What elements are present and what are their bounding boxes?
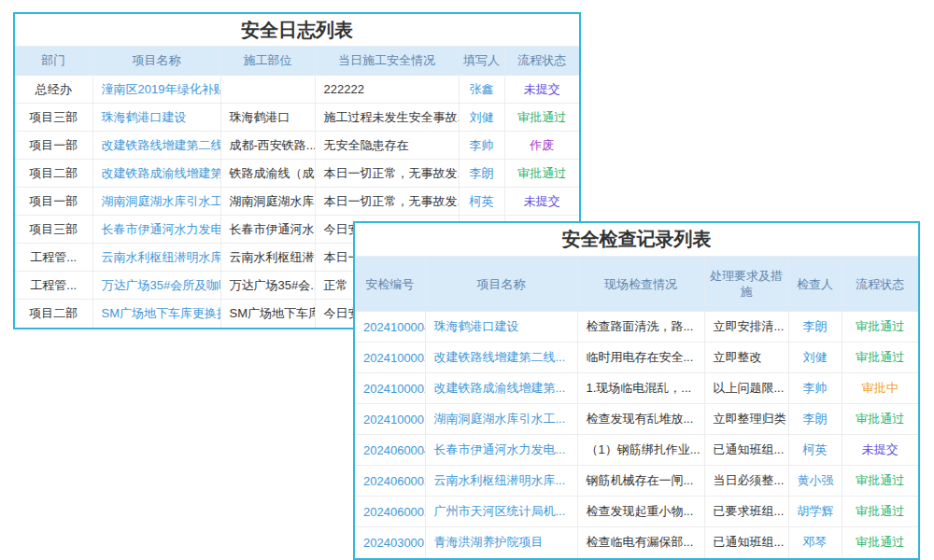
table-cell: 项目三部: [15, 216, 92, 244]
table-cell: 本日一切正常，无事故发...: [315, 188, 459, 216]
cell-link[interactable]: 2024030001: [355, 527, 425, 558]
table-cell: 长春市伊通河水...: [220, 216, 315, 244]
cell-link[interactable]: 长春市伊通河水力发电...: [425, 435, 577, 466]
person-name: 张鑫: [459, 76, 504, 104]
cell-link[interactable]: 2024100004: [355, 312, 425, 343]
table-row: 总经办潼南区2019年绿化补贴项...222222张鑫未提交: [15, 76, 579, 104]
status-text: 未提交: [504, 76, 579, 104]
column-header-project-name: 项目名称: [92, 47, 220, 76]
person-name: 刘健: [459, 104, 504, 132]
table-row: 2024060004长春市伊通河水力发电...（1）钢筋绑扎作业...已通知班组…: [355, 435, 918, 466]
table-cell: 施工过程未发生安全事故...: [315, 104, 459, 132]
column-header-site-check: 现场检查情况: [577, 257, 704, 312]
status-text: 审批通过: [842, 497, 918, 527]
table-cell: 无安全隐患存在: [315, 132, 459, 160]
cell-link[interactable]: 广州市天河区统计局机...: [425, 497, 577, 527]
table-cell: 以上问题限...: [704, 373, 788, 404]
status-text: 未提交: [842, 435, 918, 466]
table-row: 2024100003改建铁路线增建第二线...临时用电存在安全...立即整改刘健…: [355, 343, 918, 373]
column-header-measures: 处理要求及措施: [704, 257, 788, 312]
table-cell: 云南水利枢纽潜...: [220, 244, 315, 272]
cell-link[interactable]: 云南水利枢纽潜明水库...: [425, 466, 577, 497]
status-text: 审批通过: [504, 104, 579, 132]
person-name: 李帅: [459, 132, 504, 160]
cell-link[interactable]: 珠海鹤港口建设: [92, 104, 220, 132]
table-cell: 工程管...: [15, 272, 92, 300]
cell-link[interactable]: 长春市伊通河水力发电厂...: [92, 216, 220, 244]
column-header-project-name: 项目名称: [425, 257, 577, 312]
table-cell: 项目二部: [15, 160, 92, 188]
table-cell: 当日必须整...: [704, 466, 788, 497]
table-row: 2024060002广州市天河区统计局机...检查发现起重小物...已要求班组.…: [355, 497, 918, 527]
table-cell: 1.现场临电混乱，...: [577, 373, 704, 404]
table-row: 项目二部改建铁路成渝线增建第二...铁路成渝线（成...本日一切正常，无事故发.…: [15, 160, 579, 188]
table-cell: 已通知班组...: [704, 435, 788, 466]
status-text: 审批通过: [842, 466, 918, 497]
table-cell: 珠海鹤港口: [220, 104, 315, 132]
table-row: 2024100002改建铁路成渝线增建第...1.现场临电混乱，...以上问题限…: [355, 373, 918, 404]
table-cell: 立即整理归类: [704, 404, 788, 435]
safety-inspection-panel: 安全检查记录列表 安检编号 项目名称 现场检查情况 处理要求及措施 检查人 流程…: [353, 221, 920, 560]
person-name: 刘健: [788, 343, 842, 373]
cell-link[interactable]: 改建铁路成渝线增建第二...: [92, 160, 220, 188]
cell-link[interactable]: 改建铁路线增建第二线直...: [92, 132, 220, 160]
table-row: 2024030001青海洪湖养护院项目检查临电有漏保部...已通知班组...邓琴…: [355, 527, 918, 558]
cell-link[interactable]: 2024060003: [355, 466, 425, 497]
table-cell: 项目一部: [15, 132, 92, 160]
table-cell: （1）钢筋绑扎作业...: [577, 435, 704, 466]
column-header-department: 部门: [15, 47, 92, 76]
cell-link[interactable]: 万达广场35#会所及咖啡...: [92, 272, 220, 300]
table-cell: 成都-西安铁路...: [220, 132, 315, 160]
status-text: 审批通过: [504, 160, 579, 188]
table-row: 2024100001湖南洞庭湖水库引水工...检查发现有乱堆放...立即整理归类…: [355, 404, 918, 435]
table-cell: 立即整改: [704, 343, 788, 373]
person-name: 李朗: [788, 404, 842, 435]
cell-link[interactable]: 2024100003: [355, 343, 425, 373]
cell-link[interactable]: 2024060004: [355, 435, 425, 466]
cell-link[interactable]: 云南水利枢纽潜明水库一...: [92, 244, 220, 272]
person-name: 胡学辉: [788, 497, 842, 527]
status-text: 作废: [504, 132, 579, 160]
status-text: 审批通过: [842, 404, 918, 435]
cell-link[interactable]: 2024100002: [355, 373, 425, 404]
cell-link[interactable]: SM广场地下车库更换摄...: [92, 300, 220, 328]
cell-link[interactable]: 珠海鹤港口建设: [425, 312, 577, 343]
cell-link[interactable]: 潼南区2019年绿化补贴项...: [92, 76, 220, 104]
cell-link[interactable]: 湖南洞庭湖水库引水工...: [425, 404, 577, 435]
table-row: 项目三部珠海鹤港口建设珠海鹤港口施工过程未发生安全事故...刘健审批通过: [15, 104, 579, 132]
table-cell: 已通知班组...: [704, 527, 788, 558]
table-cell: 本日一切正常，无事故发...: [315, 160, 459, 188]
header-row: 部门 项目名称 施工部位 当日施工安全情况 填写人 流程状态: [15, 47, 579, 76]
column-header-construction-part: 施工部位: [220, 47, 315, 76]
cell-link[interactable]: 改建铁路线增建第二线...: [425, 343, 577, 373]
table-cell: 湖南洞庭湖水库: [220, 188, 315, 216]
status-text: 审批中: [842, 373, 918, 404]
cell-link[interactable]: 湖南洞庭湖水库引水工程...: [92, 188, 220, 216]
person-name: 李朗: [459, 160, 504, 188]
cell-link[interactable]: 2024100001: [355, 404, 425, 435]
cell-link[interactable]: 青海洪湖养护院项目: [425, 527, 577, 558]
table-cell: 总经办: [15, 76, 92, 104]
column-header-filler: 填写人: [459, 47, 504, 76]
table-cell: 铁路成渝线（成...: [220, 160, 315, 188]
status-text: 审批通过: [842, 312, 918, 343]
table-row: 项目一部湖南洞庭湖水库引水工程...湖南洞庭湖水库本日一切正常，无事故发...柯…: [15, 188, 579, 216]
cell-link[interactable]: 2024060002: [355, 497, 425, 527]
table-cell: 222222: [315, 76, 459, 104]
table-cell: 检查路面清洗，路...: [577, 312, 704, 343]
cell-link[interactable]: 改建铁路成渝线增建第...: [425, 373, 577, 404]
table-cell: 检查发现起重小物...: [577, 497, 704, 527]
table-cell: 项目一部: [15, 188, 92, 216]
table-cell: 万达广场35#会...: [220, 272, 315, 300]
person-name: 李朗: [788, 312, 842, 343]
table-cell: 临时用电存在安全...: [577, 343, 704, 373]
status-text: 未提交: [504, 188, 579, 216]
status-text: 审批通过: [842, 343, 918, 373]
column-header-inspection-no: 安检编号: [355, 257, 425, 312]
person-name: 邓琴: [788, 527, 842, 558]
safety-inspection-title: 安全检查记录列表: [355, 223, 918, 257]
table-cell: SM广场地下车库: [220, 300, 315, 328]
header-row: 安检编号 项目名称 现场检查情况 处理要求及措施 检查人 流程状态: [355, 257, 918, 312]
column-header-flow-status: 流程状态: [504, 47, 579, 76]
column-header-flow-status: 流程状态: [842, 257, 918, 312]
